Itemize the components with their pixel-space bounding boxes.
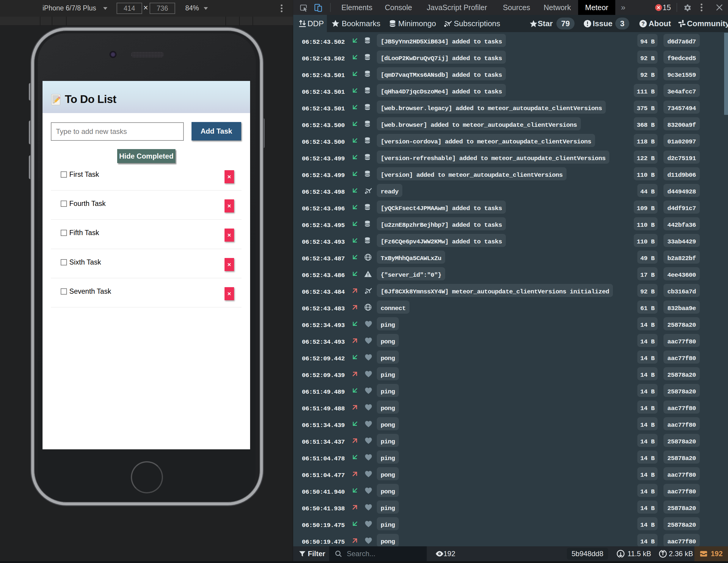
svg-text:?: ?	[641, 21, 645, 27]
